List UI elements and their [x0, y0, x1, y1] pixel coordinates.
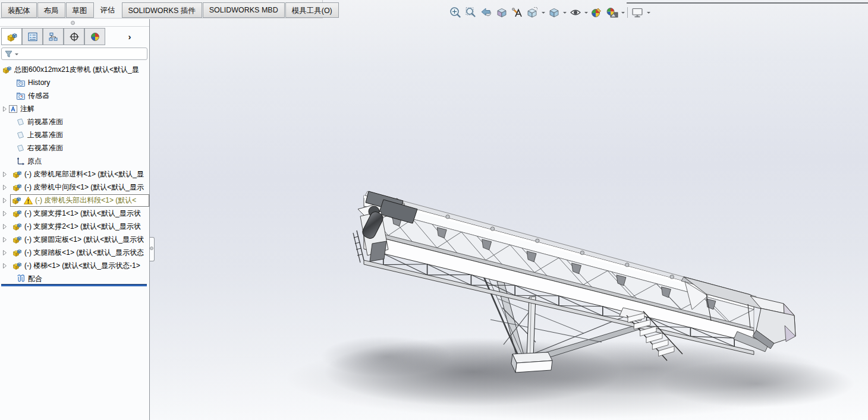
feature-tree: 总图600x12mx21皮带机 (默认<默认_显 History 传感器 注解 … — [0, 63, 149, 285]
tree-item-mates[interactable]: 配合 — [0, 272, 149, 285]
tab-displaymanager[interactable] — [84, 28, 105, 45]
tree-label: 总图600x12mx21皮带机 (默认<默认_显 — [14, 65, 139, 75]
panel-splitter[interactable] — [0, 19, 149, 27]
tree-label: 配合 — [28, 274, 42, 284]
hide-show-items-dropdown[interactable] — [583, 5, 589, 20]
tab-dimxpertmanager[interactable] — [64, 28, 84, 45]
tab-assembly[interactable]: 装配体 — [1, 2, 37, 18]
display-style-dropdown[interactable] — [562, 5, 567, 20]
panel-expand-arrow[interactable]: › — [121, 28, 139, 45]
tree-item-component[interactable]: (-) 支腿支撑2<1> (默认<默认_显示状 — [0, 220, 149, 233]
origin-icon — [16, 157, 25, 166]
tab-configurationmanager[interactable] — [43, 28, 64, 45]
heads-up-view-toolbar — [448, 4, 652, 21]
tree-label: (-) 支腿支撑1<1> (默认<默认_显示状 — [24, 209, 141, 219]
tree-item-annotations[interactable]: 注解 — [0, 102, 149, 115]
tree-item-component[interactable]: (-) 支腿固定板<1> (默认<默认_显示状 — [0, 233, 149, 246]
component-icon — [12, 209, 22, 218]
apply-scene-dropdown[interactable] — [620, 5, 625, 20]
assembly-icon — [2, 65, 12, 74]
component-icon — [12, 235, 22, 244]
expand-arrow-icon[interactable] — [3, 237, 8, 242]
rollback-bar[interactable] — [1, 284, 147, 286]
commandmanager-tab-bar: 装配体 布局 草图 评估 SOLIDWORKS 插件 SOLIDWORKS MB… — [0, 0, 323, 18]
panel-flyout-handle[interactable] — [149, 237, 155, 261]
section-view-icon[interactable] — [494, 5, 510, 20]
featuremanager-panel: › 总图600x12mx21皮带机 (默认<默认_显 History 传感器 — [0, 19, 150, 420]
tree-label: History — [28, 78, 50, 87]
selected-item-box[interactable]: (-) 皮带机头部出料段<1> (默认< — [10, 194, 149, 207]
expand-arrow-icon[interactable] — [3, 263, 8, 269]
tree-label: 注解 — [20, 104, 34, 114]
dynamic-annotation-views-icon[interactable] — [510, 5, 525, 20]
filter-box[interactable] — [1, 48, 147, 60]
tree-label: (-) 支腿踏板<1> (默认<默认_显示状态 — [24, 248, 144, 258]
tab-solidworks-addins[interactable]: SOLIDWORKS 插件 — [122, 2, 202, 18]
expand-arrow-icon[interactable] — [3, 224, 8, 229]
tab-propertymanager[interactable] — [22, 28, 43, 45]
display-style-icon[interactable] — [546, 5, 562, 20]
tab-mold-tools[interactable]: 模具工具(O) — [285, 2, 339, 18]
edit-appearance-icon[interactable] — [589, 5, 605, 20]
expand-arrow-icon[interactable] — [3, 198, 8, 203]
tree-item-component-selected[interactable]: (-) 皮带机头部出料段<1> (默认< — [0, 194, 149, 207]
view-settings-dropdown[interactable] — [646, 5, 651, 20]
tree-item-top-plane[interactable]: 上视基准面 — [0, 128, 149, 141]
tree-label: 前视基准面 — [27, 117, 63, 127]
sensors-folder-icon — [16, 91, 26, 100]
apply-scene-icon[interactable] — [605, 5, 620, 20]
tree-label: (-) 楼梯<1> (默认<默认_显示状态-1> — [24, 261, 140, 271]
tab-featuremanager[interactable] — [1, 28, 22, 45]
tab-solidworks-mbd[interactable]: SOLIDWORKS MBD — [203, 2, 285, 18]
previous-view-icon[interactable] — [479, 5, 494, 20]
tree-label: (-) 支腿固定板<1> (默认<默认_显示状 — [24, 235, 144, 245]
tree-item-sensors[interactable]: 传感器 — [0, 89, 149, 102]
tree-label: (-) 支腿支撑2<1> (默认<默认_显示状 — [24, 222, 141, 232]
tree-root-assembly[interactable]: 总图600x12mx21皮带机 (默认<默认_显 — [0, 63, 149, 76]
tree-item-component[interactable]: (-) 支腿支撑1<1> (默认<默认_显示状 — [0, 207, 149, 220]
tree-item-component[interactable]: (-) 皮带机尾部进料<1> (默认<默认_显 — [0, 168, 149, 181]
view-orientation-icon[interactable] — [525, 5, 540, 20]
plane-icon — [16, 144, 25, 153]
manager-tab-bar: › — [1, 28, 139, 46]
hide-show-items-icon[interactable] — [568, 5, 583, 20]
filter-dropdown-arrow[interactable] — [13, 49, 18, 59]
tree-item-history[interactable]: History — [0, 76, 149, 89]
plane-icon — [16, 118, 25, 127]
tree-item-component[interactable]: (-) 楼梯<1> (默认<默认_显示状态-1> — [0, 259, 149, 272]
tree-label: (-) 皮带机尾部进料<1> (默认<默认_显 — [24, 169, 144, 179]
mates-paperclip-icon — [16, 274, 26, 283]
component-icon — [12, 170, 22, 179]
component-icon — [12, 183, 22, 192]
component-icon — [12, 196, 21, 205]
view-orientation-dropdown[interactable] — [540, 5, 546, 20]
tab-evaluate[interactable]: 评估 — [95, 2, 121, 18]
tree-item-component[interactable]: (-) 支腿踏板<1> (默认<默认_显示状态 — [0, 246, 149, 259]
tree-label: (-) 皮带机头部出料段<1> (默认< — [35, 195, 136, 206]
tree-item-component[interactable]: (-) 皮带机中间段<1> (默认<默认_显示 — [0, 181, 149, 194]
splitter-dot-icon[interactable] — [71, 21, 75, 25]
expand-arrow-icon[interactable] — [3, 106, 8, 112]
expand-arrow-icon[interactable] — [3, 185, 8, 190]
zoom-to-area-icon[interactable] — [463, 5, 479, 20]
handle-dot-icon — [150, 247, 153, 250]
expand-arrow-icon[interactable] — [3, 250, 8, 255]
tree-item-front-plane[interactable]: 前视基准面 — [0, 115, 149, 128]
tab-sketch[interactable]: 草图 — [66, 2, 94, 18]
plane-icon — [16, 131, 25, 140]
filter-funnel-icon[interactable] — [4, 49, 13, 58]
expand-arrow-icon[interactable] — [3, 211, 8, 216]
component-icon — [12, 222, 22, 231]
view-settings-icon[interactable] — [630, 5, 646, 20]
component-icon — [12, 261, 22, 270]
annotations-icon — [8, 105, 18, 113]
tree-label: 右视基准面 — [27, 143, 63, 153]
tree-label: (-) 皮带机中间段<1> (默认<默认_显示 — [24, 182, 144, 192]
tab-layout[interactable]: 布局 — [37, 2, 65, 18]
zoom-to-fit-icon[interactable] — [448, 5, 463, 20]
truss[interactable] — [364, 191, 756, 355]
tree-label: 传感器 — [28, 91, 49, 101]
tree-item-right-plane[interactable]: 右视基准面 — [0, 141, 149, 154]
tree-item-origin[interactable]: 原点 — [0, 154, 149, 168]
expand-arrow-icon[interactable] — [3, 172, 8, 177]
